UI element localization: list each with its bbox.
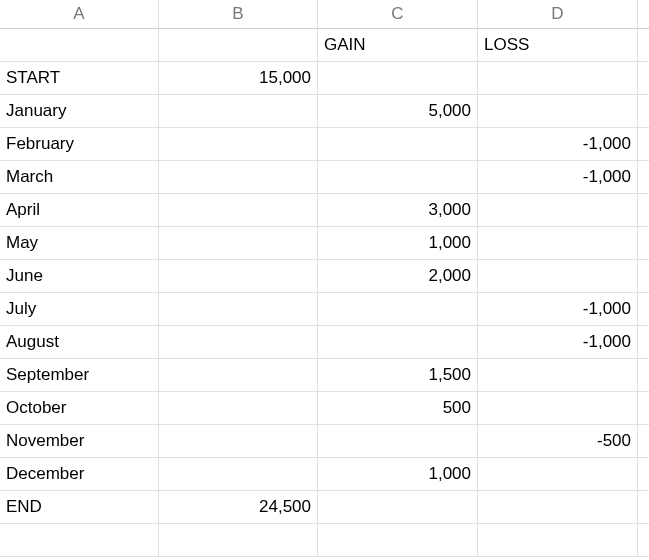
cell-stub-15	[638, 491, 649, 524]
cell-stub-8	[638, 260, 649, 293]
cell-C13[interactable]	[318, 425, 478, 458]
cell-stub-10	[638, 326, 649, 359]
cell-B1[interactable]	[159, 29, 318, 62]
cell-C2[interactable]	[318, 62, 478, 95]
cell-C1[interactable]: GAIN	[318, 29, 478, 62]
cell-D10[interactable]: -1,000	[478, 326, 638, 359]
col-header-B[interactable]: B	[159, 0, 318, 29]
cell-B7[interactable]	[159, 227, 318, 260]
cell-A7[interactable]: May	[0, 227, 159, 260]
col-header-stub	[638, 0, 649, 29]
cell-C12[interactable]: 500	[318, 392, 478, 425]
cell-A3[interactable]: January	[0, 95, 159, 128]
cell-D12[interactable]	[478, 392, 638, 425]
cell-B14[interactable]	[159, 458, 318, 491]
cell-A11[interactable]: September	[0, 359, 159, 392]
cell-A1[interactable]	[0, 29, 159, 62]
cell-B11[interactable]	[159, 359, 318, 392]
cell-D9[interactable]: -1,000	[478, 293, 638, 326]
cell-C7[interactable]: 1,000	[318, 227, 478, 260]
cell-stub-4	[638, 128, 649, 161]
cell-stub-7	[638, 227, 649, 260]
cell-D4[interactable]: -1,000	[478, 128, 638, 161]
col-header-C[interactable]: C	[318, 0, 478, 29]
cell-A2[interactable]: START	[0, 62, 159, 95]
cell-stub-6	[638, 194, 649, 227]
cell-stub-1	[638, 29, 649, 62]
cell-A12[interactable]: October	[0, 392, 159, 425]
cell-B2[interactable]: 15,000	[159, 62, 318, 95]
cell-D5[interactable]: -1,000	[478, 161, 638, 194]
spreadsheet-grid[interactable]: A B C D GAIN LOSS START 15,000 January 5…	[0, 0, 649, 557]
cell-C14[interactable]: 1,000	[318, 458, 478, 491]
cell-B13[interactable]	[159, 425, 318, 458]
cell-stub-5	[638, 161, 649, 194]
cell-C6[interactable]: 3,000	[318, 194, 478, 227]
cell-stub-14	[638, 458, 649, 491]
cell-B6[interactable]	[159, 194, 318, 227]
cell-C10[interactable]	[318, 326, 478, 359]
cell-A14[interactable]: December	[0, 458, 159, 491]
cell-C11[interactable]: 1,500	[318, 359, 478, 392]
cell-C8[interactable]: 2,000	[318, 260, 478, 293]
cell-B15[interactable]: 24,500	[159, 491, 318, 524]
cell-B8[interactable]	[159, 260, 318, 293]
cell-D11[interactable]	[478, 359, 638, 392]
cell-B4[interactable]	[159, 128, 318, 161]
cell-C5[interactable]	[318, 161, 478, 194]
cell-A5[interactable]: March	[0, 161, 159, 194]
col-header-D[interactable]: D	[478, 0, 638, 29]
cell-stub-16	[638, 524, 649, 557]
cell-C9[interactable]	[318, 293, 478, 326]
cell-stub-12	[638, 392, 649, 425]
cell-D2[interactable]	[478, 62, 638, 95]
cell-B12[interactable]	[159, 392, 318, 425]
cell-stub-9	[638, 293, 649, 326]
cell-A4[interactable]: February	[0, 128, 159, 161]
cell-C3[interactable]: 5,000	[318, 95, 478, 128]
cell-stub-2	[638, 62, 649, 95]
cell-D6[interactable]	[478, 194, 638, 227]
cell-A10[interactable]: August	[0, 326, 159, 359]
cell-stub-11	[638, 359, 649, 392]
cell-B9[interactable]	[159, 293, 318, 326]
cell-B10[interactable]	[159, 326, 318, 359]
cell-A15[interactable]: END	[0, 491, 159, 524]
cell-A8[interactable]: June	[0, 260, 159, 293]
cell-D15[interactable]	[478, 491, 638, 524]
cell-D13[interactable]: -500	[478, 425, 638, 458]
cell-A13[interactable]: November	[0, 425, 159, 458]
col-header-A[interactable]: A	[0, 0, 159, 29]
cell-C16[interactable]	[318, 524, 478, 557]
cell-D7[interactable]	[478, 227, 638, 260]
cell-D3[interactable]	[478, 95, 638, 128]
cell-D8[interactable]	[478, 260, 638, 293]
cell-A9[interactable]: July	[0, 293, 159, 326]
cell-D16[interactable]	[478, 524, 638, 557]
cell-D1[interactable]: LOSS	[478, 29, 638, 62]
cell-A6[interactable]: April	[0, 194, 159, 227]
cell-B5[interactable]	[159, 161, 318, 194]
cell-C15[interactable]	[318, 491, 478, 524]
cell-stub-13	[638, 425, 649, 458]
cell-B3[interactable]	[159, 95, 318, 128]
cell-D14[interactable]	[478, 458, 638, 491]
cell-B16[interactable]	[159, 524, 318, 557]
cell-stub-3	[638, 95, 649, 128]
cell-C4[interactable]	[318, 128, 478, 161]
cell-A16[interactable]	[0, 524, 159, 557]
